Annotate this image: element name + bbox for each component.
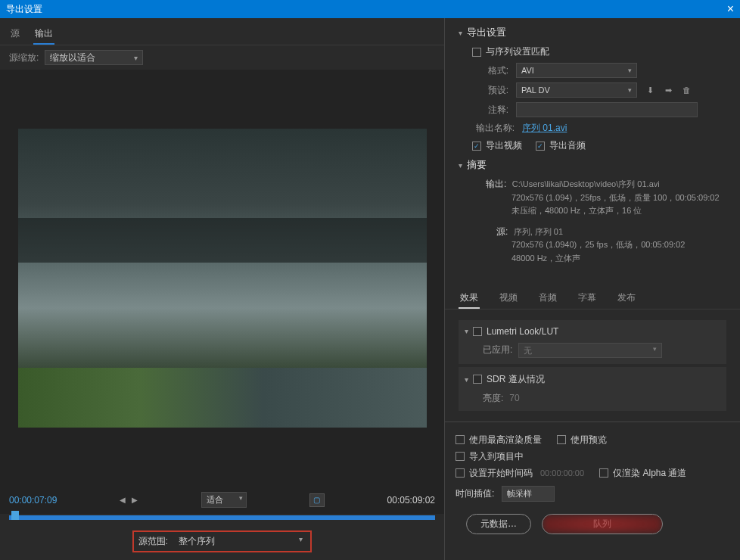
sdr-checkbox[interactable] (473, 375, 482, 384)
timecode-current[interactable]: 00:00:07:09 (9, 495, 57, 506)
tab-effects[interactable]: 效果 (459, 288, 480, 309)
comment-label: 注释: (472, 104, 508, 117)
playhead-icon[interactable] (11, 511, 19, 520)
chevron-down-icon[interactable]: ▾ (465, 375, 468, 384)
window-title: 导出设置 (6, 3, 42, 16)
timeline-controls-row: 00:00:07:09 ◀ ▶ 适合 ▢ 00:05:09:02 (0, 486, 444, 514)
set-start-time-checkbox[interactable] (456, 468, 465, 478)
preset-label: 预设: (472, 84, 508, 97)
export-settings-title: 导出设置 (467, 26, 506, 39)
sdr-brightness-label: 亮度: (483, 392, 503, 405)
aspect-ratio-icon[interactable]: ▢ (309, 493, 325, 507)
timeline-scrubber[interactable] (9, 515, 435, 520)
import-project-label: 导入到项目中 (469, 450, 524, 463)
settings-tabs: 效果 视频 音频 字幕 发布 (445, 282, 740, 310)
import-preset-icon[interactable]: ➡ (661, 83, 675, 97)
output-name-label: 输出名称: (472, 122, 515, 135)
lumetri-title: Lumetri Look/LUT (487, 326, 558, 337)
source-zoom-label: 源缩放: (9, 51, 39, 64)
source-range-highlight: 源范围: 整个序列 (132, 530, 312, 552)
chevron-down-icon[interactable]: ▾ (459, 161, 462, 170)
lumetri-group: ▾ Lumetri Look/LUT 已应用: 无 (459, 320, 726, 364)
preview-tabs: 源 输出 (0, 18, 444, 45)
import-project-checkbox[interactable] (456, 452, 465, 461)
bottom-options: 使用最高渲染质量 使用预览 导入到项目中 设置开始时间码00:00:00:00 … (445, 422, 740, 542)
summary-source-line3: 48000 Hz，立体声 (511, 252, 726, 266)
queue-button[interactable]: 队列 (542, 514, 663, 534)
summary-output-line3: 未压缩，48000 Hz，立体声，16 位 (511, 204, 726, 218)
preset-dropdown[interactable]: PAL DV (516, 82, 637, 98)
prev-frame-icon[interactable]: ◀ (120, 496, 126, 504)
metadata-button[interactable]: 元数据… (466, 514, 531, 534)
lumetri-applied-dropdown[interactable]: 无 (518, 343, 662, 358)
lumetri-checkbox[interactable] (473, 327, 482, 336)
tab-audio[interactable]: 音频 (537, 288, 558, 309)
tab-captions[interactable]: 字幕 (577, 288, 598, 309)
tab-output[interactable]: 输出 (33, 24, 54, 45)
summary-output-path: C:\Users\likai\Desktop\video\序列 01.avi (512, 179, 660, 188)
chevron-down-icon[interactable]: ▾ (459, 29, 462, 37)
start-timecode-value: 00:00:00:00 (540, 468, 584, 478)
next-frame-icon[interactable]: ▶ (132, 496, 138, 504)
match-sequence-label: 与序列设置匹配 (486, 45, 549, 58)
max-quality-checkbox[interactable] (456, 435, 465, 444)
export-video-checkbox[interactable] (472, 142, 481, 151)
source-range-dropdown[interactable]: 整个序列 (176, 534, 306, 549)
tab-source[interactable]: 源 (9, 24, 21, 45)
max-quality-label: 使用最高渲染质量 (469, 434, 542, 446)
set-start-time-label: 设置开始时间码 (469, 467, 533, 480)
tab-video[interactable]: 视频 (498, 288, 519, 309)
timecode-end: 00:05:09:02 (387, 495, 435, 506)
preview-panel: 源 输出 源缩放: 缩放以适合 00:00:07:09 ◀ ▶ 适合 ▢ 00:… (0, 18, 445, 560)
export-audio-label: 导出音频 (549, 139, 586, 152)
summary-source-line1: 序列, 序列 01 (514, 227, 563, 236)
match-sequence-checkbox[interactable] (472, 48, 481, 57)
format-label: 格式: (472, 64, 508, 77)
summary-title: 摘要 (467, 158, 487, 172)
chevron-down-icon[interactable]: ▾ (465, 327, 468, 335)
fit-dropdown[interactable]: 适合 (201, 492, 247, 508)
close-icon[interactable]: × (727, 2, 734, 16)
sdr-brightness-value[interactable]: 70 (509, 393, 519, 403)
format-dropdown[interactable]: AVI (516, 63, 637, 78)
video-frame (18, 129, 427, 428)
source-zoom-dropdown[interactable]: 缩放以适合 (45, 50, 143, 65)
sdr-title: SDR 遵从情况 (487, 373, 545, 386)
comment-input[interactable] (516, 102, 698, 117)
use-preview-label: 使用预览 (571, 434, 607, 446)
time-interp-label: 时间插值: (456, 487, 494, 500)
summary-source-line2: 720x576 (1.0940)，25 fps，低场，00:05:09:02 (511, 238, 726, 252)
delete-preset-icon[interactable]: 🗑 (679, 83, 693, 97)
export-audio-checkbox[interactable] (536, 142, 545, 151)
alpha-only-checkbox[interactable] (599, 468, 608, 478)
save-preset-icon[interactable]: ⬇ (643, 83, 657, 97)
tab-publish[interactable]: 发布 (616, 288, 637, 309)
sdr-group: ▾ SDR 遵从情况 亮度: 70 (459, 367, 726, 411)
lumetri-applied-label: 已应用: (483, 344, 512, 356)
summary-output-label: 输出: (486, 179, 506, 189)
summary-source-label: 源: (496, 226, 508, 237)
settings-panel: ▾ 导出设置 与序列设置匹配 格式: AVI 预设: PAL DV ⬇ ➡ 🗑 (445, 18, 740, 560)
summary-output-line2: 720x576 (1.094)，25fps，低场，质量 100，00:05:09… (511, 191, 726, 205)
video-preview-area (0, 70, 444, 486)
use-preview-checkbox[interactable] (557, 435, 566, 444)
output-name-link[interactable]: 序列 01.avi (522, 122, 567, 135)
source-range-label: 源范围: (138, 535, 168, 548)
alpha-only-label: 仅渲染 Alpha 通道 (613, 467, 686, 480)
time-interp-dropdown[interactable]: 帧采样 (502, 486, 555, 502)
titlebar: 导出设置 × (0, 0, 740, 18)
export-video-label: 导出视频 (486, 139, 522, 152)
